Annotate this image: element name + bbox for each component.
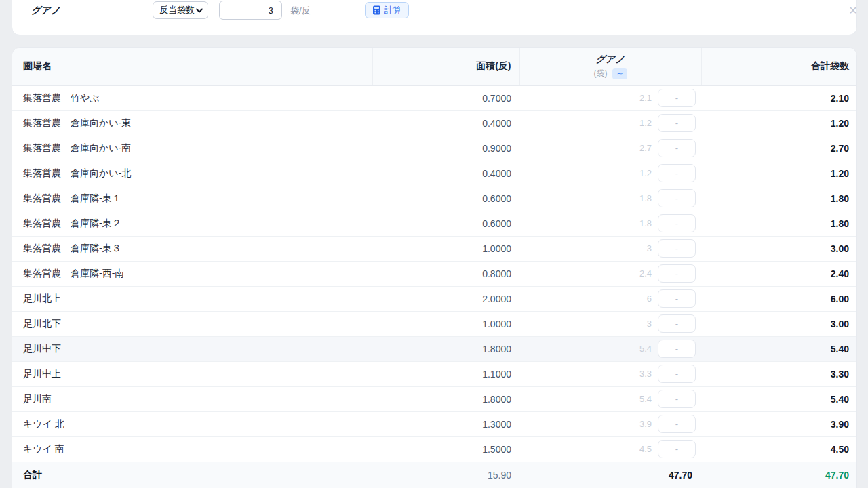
table-row: 集落営農 倉庫隣-東１ 0.6000 1.8 1.80 (12, 186, 857, 211)
table-row: 足川北下 1.0000 3 3.00 (12, 311, 857, 336)
suggested-bags-value: 3 (647, 243, 652, 253)
bag-count-input[interactable] (658, 390, 696, 408)
calculate-button[interactable]: 計算 (365, 2, 409, 18)
rate-value-input[interactable] (219, 1, 282, 20)
table-footer-row: 合計 15.90 47.70 47.70 (12, 462, 857, 488)
field-area: 1.8000 (372, 386, 519, 411)
field-area: 0.8000 (372, 261, 519, 286)
header-guano-title: グアノ (520, 54, 701, 66)
table-row: 集落営農 倉庫隣-東３ 1.0000 3 3.00 (12, 236, 857, 261)
suggested-bags-value: 1.2 (639, 118, 652, 128)
guano-cell: 4.5 (519, 436, 701, 462)
suggested-bags-value: 3 (647, 319, 652, 329)
bag-count-input[interactable] (658, 340, 696, 358)
fertilizer-settings-card: グアノ 反当袋数 袋/反 計算 ✕ (12, 0, 857, 35)
bag-count-input[interactable] (658, 164, 696, 182)
field-area: 2.0000 (372, 286, 519, 311)
field-name: 集落営農 竹やぶ (12, 85, 372, 110)
bag-count-input[interactable] (658, 415, 696, 433)
suggested-bags-value: 2.4 (639, 268, 652, 279)
guano-cell: 3.3 (519, 361, 701, 386)
bag-count-input[interactable] (658, 264, 696, 283)
bag-count-input[interactable] (658, 314, 696, 333)
field-area: 0.4000 (372, 110, 519, 136)
suggested-bags-value: 3.3 (639, 369, 652, 379)
suggested-bags-value: 4.5 (639, 444, 652, 454)
table-row: 集落営農 倉庫向かい-北 0.4000 1.2 1.20 (12, 161, 857, 186)
table-row: 集落営農 竹やぶ 0.7000 2.1 2.10 (12, 85, 857, 110)
guano-cell: 3 (519, 236, 701, 261)
field-area: 1.3000 (372, 411, 519, 436)
fertilizer-title: グアノ (31, 5, 60, 17)
field-name: キウイ 南 (12, 436, 372, 462)
bag-count-input[interactable] (658, 89, 696, 107)
bag-count-input[interactable] (658, 139, 696, 157)
bag-count-input[interactable] (658, 189, 696, 207)
row-total-bags: 1.80 (701, 211, 857, 236)
row-total-bags: 2.10 (701, 85, 857, 110)
bag-count-input[interactable] (658, 214, 696, 232)
footer-bags-total: 47.70 (701, 462, 857, 488)
row-total-bags: 3.30 (701, 361, 857, 386)
field-name: キウイ 北 (12, 411, 372, 436)
table-header-row: 圃場名 面積(反) グアノ (袋) ≃ 合計袋数 (12, 48, 857, 85)
row-total-bags: 5.40 (701, 386, 857, 411)
table-row: 集落営農 倉庫向かい-南 0.9000 2.7 2.70 (12, 136, 857, 161)
suggested-bags-value: 3.9 (639, 419, 652, 429)
table-row: 集落営農 倉庫隣-東２ 0.6000 1.8 1.80 (12, 211, 857, 236)
suggested-bags-value: 5.4 (639, 344, 652, 354)
field-area: 1.8000 (372, 336, 519, 361)
field-name: 集落営農 倉庫隣-東３ (12, 236, 372, 261)
bag-count-input[interactable] (658, 114, 696, 132)
field-area: 1.5000 (372, 436, 519, 462)
table-row: 集落営農 倉庫向かい-東 0.4000 1.2 1.20 (12, 110, 857, 136)
row-total-bags: 1.20 (701, 161, 857, 186)
bag-count-input[interactable] (658, 239, 696, 258)
bag-count-input[interactable] (658, 365, 696, 383)
suggested-bags-value: 1.8 (639, 218, 652, 228)
table-row: 足川南 1.8000 5.4 5.40 (12, 386, 857, 411)
rate-mode-select-value: 反当袋数 (159, 4, 195, 16)
row-total-bags: 3.00 (701, 311, 857, 336)
table-row: 足川中上 1.1000 3.3 3.30 (12, 361, 857, 386)
footer-area-total: 15.90 (372, 462, 519, 488)
guano-cell: 6 (519, 286, 701, 311)
field-area: 0.9000 (372, 136, 519, 161)
table-row: 足川中下 1.8000 5.4 5.40 (12, 336, 857, 361)
field-area: 1.0000 (372, 311, 519, 336)
fields-table-card: 圃場名 面積(反) グアノ (袋) ≃ 合計袋数 集落営農 竹やぶ 0.7000… (12, 47, 857, 488)
field-area: 0.4000 (372, 161, 519, 186)
field-name: 足川北下 (12, 311, 372, 336)
fields-table: 圃場名 面積(反) グアノ (袋) ≃ 合計袋数 集落営農 竹やぶ 0.7000… (12, 48, 857, 488)
approx-badge[interactable]: ≃ (612, 68, 627, 79)
row-total-bags: 3.00 (701, 236, 857, 261)
rate-unit-label: 袋/反 (290, 5, 311, 17)
header-total-bags: 合計袋数 (701, 48, 857, 85)
header-guano-unit: (袋) (593, 68, 607, 79)
header-field-name: 圃場名 (12, 48, 372, 85)
field-name: 足川南 (12, 386, 372, 411)
field-name: 集落営農 倉庫隣-西-南 (12, 261, 372, 286)
rate-mode-select[interactable]: 反当袋数 (153, 1, 208, 19)
row-total-bags: 5.40 (701, 336, 857, 361)
row-total-bags: 1.80 (701, 186, 857, 211)
row-total-bags: 6.00 (701, 286, 857, 311)
close-icon[interactable]: ✕ (845, 2, 861, 18)
table-row: 足川北上 2.0000 6 6.00 (12, 286, 857, 311)
table-row: キウイ 北 1.3000 3.9 3.90 (12, 411, 857, 436)
header-area: 面積(反) (372, 48, 519, 85)
bag-count-input[interactable] (658, 440, 696, 458)
field-name: 集落営農 倉庫向かい-東 (12, 110, 372, 136)
guano-cell: 5.4 (519, 336, 701, 361)
field-name: 集落営農 倉庫向かい-北 (12, 161, 372, 186)
suggested-bags-value: 1.2 (639, 168, 652, 178)
guano-cell: 1.2 (519, 161, 701, 186)
bag-count-input[interactable] (658, 289, 696, 308)
guano-cell: 3.9 (519, 411, 701, 436)
row-total-bags: 2.70 (701, 136, 857, 161)
guano-cell: 3 (519, 311, 701, 336)
guano-cell: 2.4 (519, 261, 701, 286)
footer-guano-total: 47.70 (519, 462, 701, 488)
guano-cell: 1.8 (519, 186, 701, 211)
chevron-down-icon (196, 8, 203, 13)
